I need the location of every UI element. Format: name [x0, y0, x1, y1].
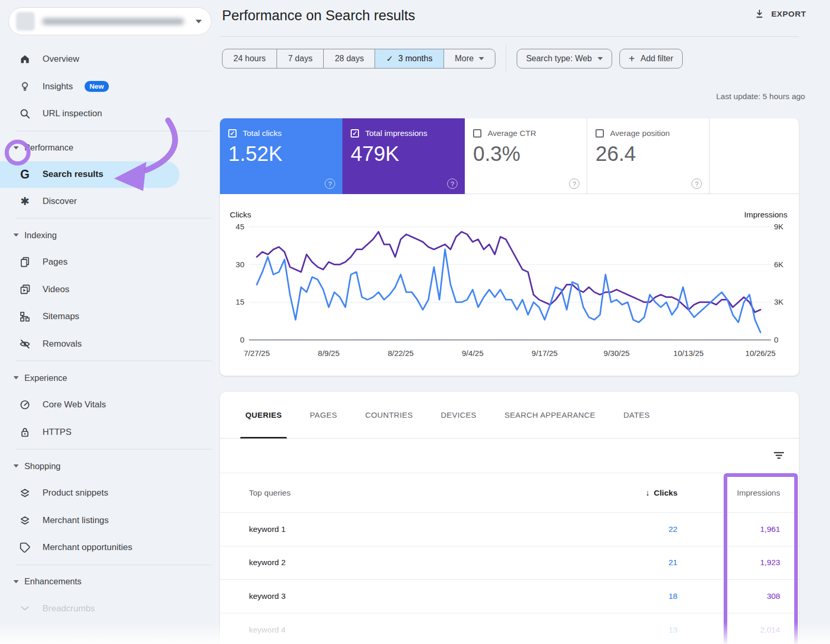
- tab-search-appearance[interactable]: SEARCH APPEARANCE: [495, 392, 605, 439]
- sidebar-item-discover[interactable]: ✱ Discover: [0, 188, 220, 215]
- table-row[interactable]: keyword 1 22 1,961: [220, 513, 799, 546]
- svg-text:3K: 3K: [774, 297, 783, 306]
- sidebar-item-label: Search results: [43, 169, 103, 180]
- sidebar-item-label: Merchant listings: [43, 515, 109, 526]
- range-24-hours[interactable]: 24 hours: [223, 49, 276, 68]
- total-impressions-card[interactable]: ✓ Total impressions 479K ?: [342, 118, 465, 194]
- help-icon[interactable]: ?: [447, 179, 458, 189]
- svg-text:0: 0: [774, 335, 778, 344]
- sidebar-item-sitemaps[interactable]: Sitemaps: [0, 303, 220, 331]
- sidebar-item-merchant-listings[interactable]: Merchant listings: [0, 507, 220, 535]
- videos-icon: [19, 283, 31, 296]
- checkbox-unchecked-icon[interactable]: [596, 129, 604, 138]
- sidebar-item-label: HTTPS: [43, 427, 72, 437]
- layers-icon: [19, 487, 31, 499]
- svg-text:9/17/25: 9/17/25: [532, 349, 558, 358]
- pages-icon: [19, 256, 31, 268]
- average-ctr-card[interactable]: Average CTR 0.3% ?: [465, 118, 587, 194]
- sidebar-item-breadcrumbs[interactable]: Breadcrumbs: [0, 595, 220, 623]
- sidebar-item-label: Breadcrumbs: [43, 604, 95, 614]
- sidebar-item-product-snippets[interactable]: Product snippets: [0, 479, 220, 507]
- average-position-card[interactable]: Average position 26.4 ?: [587, 118, 710, 194]
- divider: [16, 218, 212, 218]
- metric-label: Average position: [610, 129, 670, 138]
- sidebar-item-overview[interactable]: Overview: [0, 46, 220, 73]
- sidebar-item-label: Videos: [43, 284, 70, 295]
- property-selector[interactable]: [8, 7, 212, 35]
- sidebar-section-shopping[interactable]: Shopping: [0, 453, 220, 479]
- range-3-months-selected[interactable]: ✓ 3 months: [375, 49, 443, 68]
- tab-queries[interactable]: QUERIES: [236, 392, 291, 439]
- svg-text:30: 30: [236, 260, 244, 269]
- table-row[interactable]: keyword 3 18 308: [220, 580, 799, 613]
- checkbox-unchecked-icon[interactable]: [473, 129, 481, 138]
- sidebar-section-experience[interactable]: Experience: [0, 364, 220, 391]
- chevron-down-icon: [13, 146, 19, 149]
- column-top-queries[interactable]: Top queries: [220, 488, 574, 498]
- sidebar-item-insights[interactable]: Insights New: [0, 73, 220, 101]
- clicks-cell[interactable]: 22: [574, 525, 696, 534]
- sidebar-item-https[interactable]: HTTPS: [0, 419, 220, 446]
- chart-canvas[interactable]: 459K306K153K007/27/258/9/258/22/259/4/25…: [220, 194, 799, 376]
- divider: [16, 565, 212, 565]
- page-title: Performance on Search results: [222, 8, 415, 24]
- checkbox-checked-icon[interactable]: ✓: [228, 129, 237, 138]
- time-series-chart: Clicks Impressions 459K306K153K007/27/25…: [220, 194, 799, 376]
- column-clicks-sorted[interactable]: ↓Clicks: [574, 488, 696, 498]
- clicks-cell[interactable]: 18: [574, 592, 696, 601]
- checkbox-checked-icon[interactable]: ✓: [351, 129, 359, 138]
- sidebar-item-search-results[interactable]: G Search results: [0, 161, 179, 188]
- help-icon[interactable]: ?: [569, 179, 579, 189]
- table-row[interactable]: keyword 2 21 1,923: [220, 546, 799, 580]
- table-row[interactable]: keyword 4 13 2,014: [220, 613, 799, 644]
- performance-chart-panel: ✓ Total clicks 1.52K ? ✓ Total impressio…: [220, 118, 799, 376]
- sidebar-item-label: Core Web Vitals: [43, 400, 106, 410]
- help-icon[interactable]: ?: [325, 179, 335, 189]
- tab-countries[interactable]: COUNTRIES: [356, 392, 422, 439]
- chevron-down-icon: [196, 20, 202, 23]
- search-type-chip[interactable]: Search type: Web: [517, 49, 612, 68]
- sidebar-item-label: Removals: [43, 339, 82, 349]
- sidebar-item-core-web-vitals[interactable]: Core Web Vitals: [0, 391, 220, 419]
- new-badge: New: [85, 81, 109, 92]
- lock-icon: [19, 426, 31, 439]
- range-7-days[interactable]: 7 days: [276, 49, 323, 68]
- export-button[interactable]: EXPORT: [754, 8, 806, 20]
- query-table-panel: QUERIES PAGES COUNTRIES DEVICES SEARCH A…: [220, 392, 799, 644]
- clicks-cell[interactable]: 21: [574, 558, 696, 567]
- chevron-down-icon: [13, 376, 19, 379]
- sidebar-item-merchant-opportunities[interactable]: Merchant opportunities: [0, 534, 220, 561]
- add-filter-chip[interactable]: + Add filter: [619, 49, 683, 68]
- svg-text:15: 15: [236, 297, 244, 306]
- sidebar-item-url-inspection[interactable]: URL inspection: [0, 100, 220, 128]
- sidebar-section-performance[interactable]: Performance: [0, 134, 220, 161]
- property-name-blurred: [42, 18, 184, 25]
- metric-value: 0.3%: [473, 142, 587, 166]
- total-clicks-card[interactable]: ✓ Total clicks 1.52K ?: [220, 118, 342, 194]
- svg-text:10/13/25: 10/13/25: [673, 349, 703, 358]
- sidebar-section-enhancements[interactable]: Enhancements: [0, 568, 220, 595]
- tab-devices[interactable]: DEVICES: [432, 392, 486, 439]
- check-icon: ✓: [386, 54, 393, 64]
- sidebar-item-pages[interactable]: Pages: [0, 249, 220, 276]
- tab-dates[interactable]: DATES: [614, 392, 659, 439]
- range-more-dropdown[interactable]: More: [444, 49, 495, 68]
- sidebar-section-indexing[interactable]: Indexing: [0, 222, 220, 249]
- section-label: Shopping: [24, 461, 61, 471]
- chevron-down-icon: [13, 464, 19, 468]
- cards-spacer: [710, 118, 799, 194]
- query-cell: keyword 2: [220, 558, 574, 567]
- svg-text:8/22/25: 8/22/25: [388, 349, 413, 358]
- range-28-days[interactable]: 28 days: [323, 49, 375, 68]
- column-impressions[interactable]: Impressions: [696, 488, 799, 498]
- clicks-cell[interactable]: 13: [574, 625, 696, 635]
- filter-list-icon[interactable]: [772, 449, 785, 462]
- metric-value: 26.4: [596, 142, 709, 166]
- tab-pages[interactable]: PAGES: [300, 392, 347, 439]
- sidebar-item-removals[interactable]: Removals: [0, 331, 220, 358]
- help-icon[interactable]: ?: [691, 179, 702, 189]
- divider: [16, 449, 212, 449]
- sidebar-item-videos[interactable]: Videos: [0, 276, 220, 304]
- export-label: EXPORT: [771, 9, 806, 19]
- chevron-down-icon: [13, 580, 19, 583]
